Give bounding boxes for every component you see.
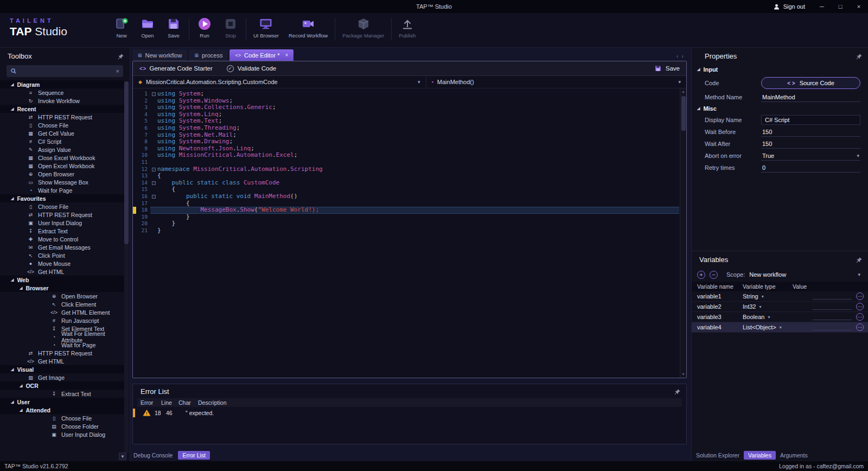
toolbox-item-http-rest-request[interactable]: ⇄HTTP REST Request [0, 113, 124, 121]
toolbox-item-extract-text[interactable]: ↧Extract Text [0, 390, 124, 398]
toolbox-section-web[interactable]: ◢Web [0, 276, 124, 284]
validate-code-button[interactable]: ✓ Validate Code [227, 65, 276, 72]
code-line-10[interactable]: 10using MissionCritical.Automation.Excel… [133, 152, 679, 159]
toolbox-section-attended[interactable]: ◢Attended [0, 406, 124, 414]
code-line-21[interactable]: 21} [133, 227, 679, 234]
toolbox-section-user[interactable]: ◢User [0, 398, 124, 406]
toolbox-item-wait-for-element-attribute[interactable]: ◔Wait For Element Attribute [0, 333, 124, 341]
fold-collapse-icon[interactable]: - [152, 181, 156, 185]
scroll-down-button[interactable]: ▼ [119, 453, 126, 460]
toolbox-item-http-rest-request[interactable]: ⇄HTTP REST Request [0, 211, 124, 219]
fold-collapse-icon[interactable]: - [152, 168, 156, 171]
fold-collapse-icon[interactable]: - [152, 92, 156, 96]
toolbar-button-new[interactable]: New [108, 17, 135, 39]
toolbox-item-get-cell-value[interactable]: ▦Get Cell Value [0, 129, 124, 137]
toolbox-item-get-email-messages[interactable]: ✉Get Email Messages [0, 243, 124, 251]
variable-type-select[interactable]: Boolean▾ [743, 314, 793, 320]
code-area[interactable]: 1-using System;2using System.Windows;3us… [133, 88, 686, 378]
pin-icon[interactable] [117, 53, 124, 60]
toolbar-button-stop[interactable]: Stop [218, 17, 244, 39]
toolbox-item-c-script[interactable]: #C# Script [0, 137, 124, 145]
source-code-button[interactable]: < >Source Code [761, 77, 860, 89]
variable-row-variable3[interactable]: variable3Boolean▾⋯ [692, 312, 868, 322]
toolbox-item-get-html[interactable]: </>Get HTML [0, 268, 124, 276]
toolbox-item-get-html[interactable]: </>Get HTML [0, 357, 124, 365]
toolbox-item-extract-text[interactable]: ↧Extract Text [0, 227, 124, 235]
toolbox-item-move-to-control[interactable]: ✚Move to Control [0, 235, 124, 243]
fold-column[interactable]: - [150, 180, 157, 187]
tab-new-workflow[interactable]: ⊞New workflow [132, 49, 187, 61]
toolbox-section-visual[interactable]: ◢Visual [0, 365, 124, 373]
toolbox-item-run-javascript[interactable]: #Run Javascript [0, 316, 124, 324]
sign-out-button[interactable]: Sign out [765, 3, 813, 10]
abort-on-error-select[interactable]: True▾ [761, 151, 860, 161]
toolbox-item-choose-file[interactable]: ▯Choose File [0, 202, 124, 211]
toolbox-item-user-input-dialog[interactable]: ▣User Input Dialog [0, 430, 124, 438]
fold-column[interactable]: - [150, 193, 157, 200]
tab-process[interactable]: ⊞process [189, 49, 228, 61]
toolbox-item-choose-folder[interactable]: ▤Choose Folder [0, 422, 124, 430]
class-selector-dropdown[interactable]: ◆ MissionCritical.Automation.Scripting.C… [133, 76, 426, 88]
remove-variable-button[interactable]: − [710, 271, 718, 279]
fold-collapse-icon[interactable]: - [152, 195, 156, 199]
toolbox-item-sequence[interactable]: ≡Sequence [0, 88, 124, 97]
variable-options-button[interactable]: ⋯ [856, 292, 864, 300]
error-row[interactable]: 1846" expected. [137, 407, 682, 419]
toolbar-button-record-workflow[interactable]: Record Workflow [284, 17, 333, 39]
close-button[interactable]: × [850, 0, 868, 13]
code-line-18[interactable]: 18 MessageBox.Show("Welcome World!); [133, 207, 679, 214]
variable-value-input[interactable] [813, 304, 852, 310]
wait-after-input[interactable]: 150 [761, 139, 860, 149]
toolbox-search-input[interactable] [20, 68, 113, 74]
code-line-16[interactable]: 16- public static void MainMethod() [133, 193, 679, 200]
toolbox-section-recent[interactable]: ◢Recent [0, 105, 124, 113]
tab-error-list[interactable]: Error List [178, 451, 210, 460]
scroll-up-icon[interactable]: ▲ [681, 88, 685, 95]
toolbox-item-user-input-dialog[interactable]: ▣User Input Dialog [0, 219, 124, 227]
toolbox-item-get-html-element[interactable]: </>Get HTML Element [0, 308, 124, 316]
toolbox-item-choose-file[interactable]: ▯Choose File [0, 414, 124, 422]
toolbox-item-open-excel-workbook[interactable]: ▦Open Excel Workbook [0, 162, 124, 170]
toolbox-item-click-element[interactable]: ↖Click Element [0, 300, 124, 308]
toolbox-section-favourites[interactable]: ◢Favourites [0, 194, 124, 202]
maximize-button[interactable]: □ [831, 0, 850, 13]
scope-value[interactable]: New workflow [749, 271, 786, 278]
tab-scroll-right-icon[interactable]: › [681, 53, 684, 59]
variable-value-input[interactable] [813, 294, 852, 300]
pin-icon[interactable] [856, 256, 863, 263]
properties-section-input[interactable]: ◢Input [692, 64, 868, 75]
toolbox-item-move-mouse[interactable]: ●Move Mouse [0, 259, 124, 268]
code-line-19[interactable]: 19 } [133, 214, 679, 221]
variable-row-variable4[interactable]: variable4List<Object>▾⋯ [692, 322, 868, 333]
method-selector-dropdown[interactable]: ▪ MainMethod() ▾ [426, 76, 686, 88]
toolbox-item-close-excel-workbook[interactable]: ▦Close Excel Workbook [0, 154, 124, 162]
variable-row-variable1[interactable]: variable1String▾⋯ [692, 291, 868, 302]
display-name-input[interactable]: C# Script [761, 115, 860, 125]
scroll-down-icon[interactable]: ▼ [681, 371, 685, 378]
close-tab-icon[interactable]: × [285, 52, 288, 58]
variable-type-select[interactable]: List<Object>▾ [743, 324, 793, 330]
tab-arguments[interactable]: Arguments [780, 452, 808, 459]
method-name-input[interactable]: MainMethod [761, 93, 860, 102]
code-line-12[interactable]: 12-namespace MissionCritical.Automation.… [133, 166, 679, 173]
toolbox-item-invoke-workflow[interactable]: ↻Invoke Workflow [0, 97, 124, 105]
toolbox-item-http-rest-request[interactable]: ⇄HTTP REST Request [0, 349, 124, 357]
minimize-button[interactable]: ─ [813, 0, 831, 13]
variable-value-input[interactable] [813, 314, 852, 320]
toolbox-item-open-browser[interactable]: ⊕Open Browser [0, 170, 124, 178]
toolbar-button-run[interactable]: Run [192, 17, 218, 39]
toolbox-scrollbar[interactable] [124, 81, 129, 453]
toolbar-button-open[interactable]: Open [135, 17, 161, 39]
fold-column[interactable]: - [150, 91, 157, 98]
retry-times-input[interactable]: 0 [761, 163, 860, 173]
clear-search-icon[interactable]: × [116, 68, 119, 74]
toolbox-item-get-image[interactable]: ▨Get Image [0, 373, 124, 381]
save-code-button[interactable]: Save [654, 65, 680, 72]
pin-icon[interactable] [674, 388, 681, 395]
toolbox-section-browser[interactable]: ◢Browser [0, 284, 124, 292]
tab-debug-console[interactable]: Debug Console [133, 452, 173, 459]
toolbar-button-publish[interactable]: Publish [394, 17, 420, 39]
variable-options-button[interactable]: ⋯ [856, 303, 864, 310]
toolbar-button-ui-browser[interactable]: UI Browser [248, 17, 284, 39]
code-line-14[interactable]: 14- public static class CustomCode [133, 180, 679, 187]
